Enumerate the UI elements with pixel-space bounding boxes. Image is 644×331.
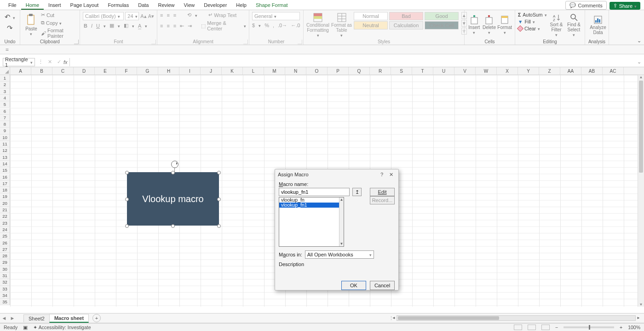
- row-header[interactable]: 19: [0, 193, 10, 200]
- row-header[interactable]: 2: [0, 81, 10, 88]
- column-header[interactable]: N: [285, 67, 306, 75]
- format-as-table-button[interactable]: Format as Table: [331, 12, 352, 38]
- macro-name-input[interactable]: [279, 188, 350, 196]
- equals-shortcut-icon[interactable]: =: [6, 46, 9, 53]
- copy-button[interactable]: ⧉Copy: [41, 20, 77, 26]
- macro-list-item-selected[interactable]: vlookup_fn1: [279, 203, 344, 208]
- alignment-dialog-launcher[interactable]: [243, 40, 248, 44]
- resize-handle-ne[interactable]: [217, 171, 221, 174]
- resize-handle-w[interactable]: [125, 197, 129, 201]
- row-header[interactable]: 21: [0, 207, 10, 213]
- column-header[interactable]: S: [391, 67, 412, 75]
- sheet-tab-sheet2[interactable]: Sheet2: [23, 314, 50, 322]
- autosum-button[interactable]: ΣAutoSum: [518, 12, 547, 17]
- macros-in-combo[interactable]: All Open Workbooks: [305, 250, 374, 259]
- style-check-cell[interactable]: Check Cell: [425, 21, 459, 29]
- column-header[interactable]: AB: [581, 67, 603, 75]
- column-header[interactable]: C: [52, 67, 74, 75]
- row-header[interactable]: 14: [0, 161, 10, 167]
- column-header[interactable]: B: [31, 67, 52, 75]
- resize-handle-s[interactable]: [171, 224, 175, 228]
- bold-button[interactable]: B: [84, 23, 87, 29]
- column-header[interactable]: Q: [349, 67, 370, 75]
- view-normal-icon[interactable]: [514, 325, 522, 330]
- tab-scroll-right-icon[interactable]: ►: [8, 315, 17, 321]
- macro-list[interactable]: vlookup_fn vlookup_fn1 ▲ ▼: [279, 197, 344, 247]
- row-header[interactable]: 28: [0, 253, 10, 259]
- column-header[interactable]: Y: [518, 67, 539, 75]
- column-header[interactable]: Z: [539, 67, 560, 75]
- row-header[interactable]: 12: [0, 147, 10, 154]
- ok-button[interactable]: OK: [341, 281, 366, 290]
- vlookup-macro-shape[interactable]: Vlookup macro: [127, 172, 219, 226]
- cancel-formula-icon[interactable]: ✕: [46, 59, 53, 65]
- row-header[interactable]: 33: [0, 286, 10, 292]
- menu-shape-format[interactable]: Shape Format: [251, 1, 293, 10]
- style-neutral[interactable]: Neutral: [354, 21, 388, 29]
- menu-data[interactable]: Data: [133, 1, 153, 10]
- accounting-format-icon[interactable]: $: [252, 23, 255, 28]
- find-select-button[interactable]: Find & Select: [566, 12, 582, 38]
- resize-handle-sw[interactable]: [125, 224, 129, 228]
- zoom-level[interactable]: 100%: [628, 325, 640, 330]
- row-header[interactable]: 10: [0, 134, 10, 141]
- align-bottom-icon[interactable]: ≡: [173, 12, 176, 18]
- select-all-corner[interactable]: [0, 67, 10, 75]
- menu-help[interactable]: Help: [231, 1, 251, 10]
- zoom-out-icon[interactable]: −: [555, 325, 558, 330]
- column-header[interactable]: L: [243, 67, 264, 75]
- row-header[interactable]: 30: [0, 266, 10, 273]
- row-header[interactable]: 29: [0, 259, 10, 266]
- cut-button[interactable]: ✂Cut: [41, 12, 77, 18]
- namebox-menu-icon[interactable]: ⋮: [37, 59, 44, 65]
- column-header[interactable]: J: [201, 67, 222, 75]
- paste-button[interactable]: Paste: [23, 12, 40, 38]
- scroll-up-icon[interactable]: ▲: [339, 197, 344, 202]
- zoom-in-icon[interactable]: +: [620, 325, 622, 330]
- column-header[interactable]: G: [137, 67, 158, 75]
- column-header[interactable]: E: [95, 67, 116, 75]
- number-format-combo[interactable]: General: [252, 12, 300, 20]
- menu-view[interactable]: View: [179, 1, 200, 10]
- resize-handle-nw[interactable]: [125, 171, 129, 174]
- dialog-close-icon[interactable]: ✕: [386, 172, 396, 178]
- column-header[interactable]: I: [179, 67, 201, 75]
- percent-format-icon[interactable]: %: [264, 23, 269, 28]
- new-sheet-button[interactable]: +: [92, 314, 101, 322]
- dialog-help-icon[interactable]: ?: [377, 172, 386, 177]
- vertical-scrollbar[interactable]: ▲ ▼: [638, 75, 644, 307]
- number-dialog-launcher[interactable]: [298, 40, 302, 44]
- fill-color-button[interactable]: ◧: [124, 23, 128, 29]
- menu-insert[interactable]: Insert: [44, 1, 66, 10]
- resize-handle-e[interactable]: [217, 197, 221, 201]
- column-header[interactable]: AA: [560, 67, 581, 75]
- column-headers[interactable]: ABCDEFGHIJKLMNOPQRSTUVWXYZAAABAC: [0, 67, 644, 75]
- comments-button[interactable]: 💬 Comments: [565, 1, 606, 10]
- row-header[interactable]: 8: [0, 121, 10, 128]
- accessibility-status[interactable]: ✦ Accessibility: Investigate: [33, 325, 91, 330]
- resize-handle-se[interactable]: [217, 224, 221, 228]
- row-header[interactable]: 4: [0, 95, 10, 101]
- column-header[interactable]: H: [158, 67, 179, 75]
- reference-picker-icon[interactable]: ↥: [352, 188, 362, 196]
- style-normal[interactable]: Normal: [354, 12, 388, 20]
- column-header[interactable]: K: [222, 67, 243, 75]
- row-header[interactable]: 15: [0, 167, 10, 174]
- name-box[interactable]: Rectangle 1: [3, 58, 35, 66]
- tab-scroll-left-icon[interactable]: ◄: [0, 315, 8, 321]
- font-name-combo[interactable]: Calibri (Body): [83, 12, 124, 20]
- row-header[interactable]: 25: [0, 233, 10, 239]
- share-button[interactable]: ⇪ Share: [610, 2, 640, 10]
- column-header[interactable]: F: [116, 67, 137, 75]
- row-header[interactable]: 1: [0, 75, 10, 81]
- formula-input[interactable]: [69, 58, 634, 66]
- scroll-down-icon[interactable]: ▼: [339, 242, 344, 246]
- font-dialog-launcher[interactable]: [151, 40, 156, 44]
- zoom-slider[interactable]: [564, 326, 614, 328]
- column-header[interactable]: W: [476, 67, 497, 75]
- row-header[interactable]: 32: [0, 279, 10, 285]
- wrap-text-button[interactable]: ↵Wrap Text: [208, 12, 236, 18]
- view-page-layout-icon[interactable]: [528, 325, 536, 330]
- decrease-font-icon[interactable]: A▾: [148, 13, 154, 19]
- format-cells-button[interactable]: Format: [497, 12, 512, 38]
